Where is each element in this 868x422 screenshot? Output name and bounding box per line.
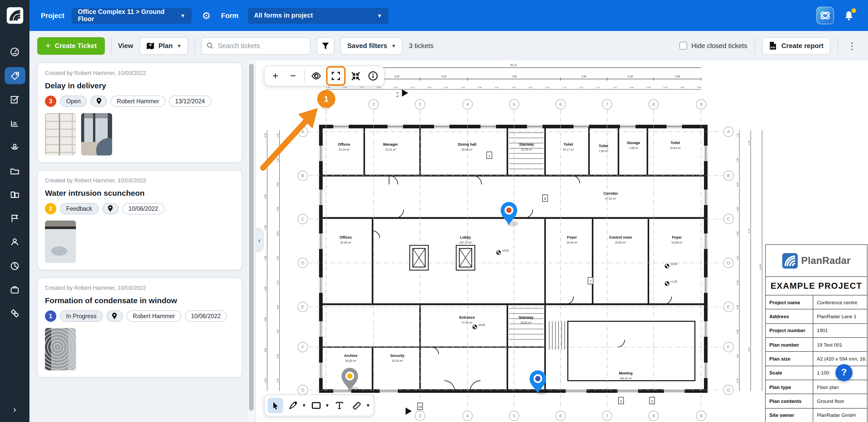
- ticket-photos: [45, 113, 235, 156]
- dimension-label: 2,48: [675, 75, 680, 78]
- ticket-list-scrollbar[interactable]: [246, 60, 256, 422]
- site-map-icon: [10, 142, 20, 152]
- text-tool-button[interactable]: [332, 398, 347, 413]
- fullscreen-button[interactable]: [328, 68, 344, 84]
- dimension-label: 2,02: [461, 86, 465, 89]
- app-switcher-button[interactable]: x: [816, 7, 834, 24]
- status-pill[interactable]: Open: [60, 96, 87, 107]
- shape-tool-caret[interactable]: ▼: [325, 403, 330, 408]
- sidebar-item-flags[interactable]: [4, 210, 25, 227]
- project-settings-gear-icon[interactable]: ⚙: [202, 9, 211, 22]
- sidebar-item-tickets[interactable]: [4, 67, 25, 84]
- search-input[interactable]: [218, 42, 305, 50]
- dimension-label: 1,20: [748, 141, 750, 145]
- location-pill[interactable]: [106, 311, 123, 322]
- zoom-in-button[interactable]: +: [268, 68, 283, 84]
- shape-tool-button[interactable]: [308, 398, 324, 413]
- dimension-label: 24,34: [759, 264, 762, 270]
- location-pill[interactable]: [102, 203, 119, 214]
- measure-tool-button[interactable]: [349, 398, 365, 413]
- sidebar-item-contacts[interactable]: [4, 233, 25, 251]
- fit-to-screen-button[interactable]: [348, 68, 363, 84]
- level-marker-label: ±0,00: [478, 324, 485, 326]
- ticket-photo-thumbnail[interactable]: [45, 113, 76, 156]
- checkbox-box[interactable]: [679, 42, 687, 50]
- due-date-pill[interactable]: 10/06/2022: [185, 311, 227, 322]
- sidebar-expand-chevron[interactable]: ›: [13, 404, 16, 415]
- zoom-out-button[interactable]: −: [285, 68, 301, 84]
- room-name: Control room: [609, 235, 632, 239]
- pdf-file-icon: PDF: [769, 41, 777, 50]
- sidebar-item-documents[interactable]: [4, 186, 25, 203]
- due-date-pill[interactable]: 10/06/2022: [122, 203, 164, 214]
- plan-tag-label: 7: [590, 280, 591, 283]
- create-report-button[interactable]: PDF Create report: [762, 37, 830, 55]
- room-name: Stairway: [519, 142, 534, 147]
- due-date-pill[interactable]: 13/12/2024: [169, 96, 211, 107]
- collapse-panel-tab[interactable]: ‹: [256, 228, 264, 252]
- grid-bubble-label: 9: [700, 102, 702, 107]
- grid-bubble-label: G: [301, 388, 304, 393]
- shrink-arrows-icon: [350, 71, 361, 81]
- sidebar-item-reports[interactable]: [4, 257, 25, 274]
- grid-bubble-label: B: [301, 173, 304, 178]
- form-selector[interactable]: All forms in project ▼: [248, 7, 388, 24]
- sidebar-item-plans[interactable]: [4, 91, 25, 108]
- room-name: Corridor: [603, 191, 618, 195]
- saved-filters-dropdown[interactable]: Saved filters ▼: [340, 37, 403, 55]
- assignee-pill[interactable]: Robert Hammer: [127, 311, 181, 322]
- dimension-label: 0,30: [495, 86, 499, 89]
- fullscreen-highlight: [326, 66, 346, 86]
- select-tool-button[interactable]: [268, 398, 283, 413]
- measure-tool-caret[interactable]: ▼: [366, 403, 370, 408]
- visibility-eye-button[interactable]: [308, 68, 324, 84]
- plan-tag-label: 3: [651, 399, 653, 403]
- help-button[interactable]: ?: [835, 364, 852, 381]
- sidebar-item-projects[interactable]: [4, 281, 25, 298]
- sidebar-item-site-map[interactable]: [4, 138, 25, 156]
- titleblock-key: Plan contents: [766, 394, 813, 408]
- grid-bubble-label: E: [301, 304, 304, 310]
- sidebar-item-dashboard[interactable]: [4, 43, 25, 60]
- grid-bubble-label: F: [302, 345, 304, 350]
- dimension-label: 2,53: [264, 378, 267, 383]
- ticket-title: Water intrusion scuncheon: [45, 189, 235, 197]
- ticket-photo-thumbnail[interactable]: [45, 328, 76, 370]
- plan-info-button[interactable]: [365, 68, 381, 84]
- dimension-label: 0,99: [343, 86, 347, 89]
- hide-closed-checkbox[interactable]: Hide closed tickets: [679, 42, 747, 50]
- sidebar-item-settings[interactable]: [4, 305, 25, 322]
- assignee-pill[interactable]: Robert Hammer: [111, 96, 165, 107]
- status-pill[interactable]: Feedback: [60, 203, 98, 214]
- dimension-label: 1,32: [736, 133, 739, 137]
- view-mode-dropdown[interactable]: Plan ▼: [140, 37, 188, 55]
- pen-tool-caret[interactable]: ▼: [302, 403, 306, 408]
- ticket-photo-thumbnail[interactable]: [45, 221, 76, 263]
- ticket-card[interactable]: Created by Robert Hammer, 10/03/2022 For…: [37, 278, 242, 378]
- scrollbar-thumb[interactable]: [249, 64, 254, 411]
- sidebar-item-statistics[interactable]: [4, 115, 25, 132]
- dimension-label: 4,00: [264, 256, 267, 260]
- statistics-icon: [10, 118, 20, 128]
- filter-button[interactable]: [317, 37, 334, 55]
- planradar-logo[interactable]: [0, 0, 29, 31]
- ticket-photo-thumbnail[interactable]: [81, 113, 112, 156]
- status-pill[interactable]: In Progress: [60, 311, 103, 322]
- sidebar-item-folders[interactable]: [4, 162, 25, 179]
- more-options-kebab[interactable]: ⋮: [845, 40, 859, 52]
- ticket-card[interactable]: Created by Robert Hammer, 10/03/2022 Del…: [37, 63, 242, 163]
- room-area: 27,61 m²: [462, 321, 473, 324]
- dimension-label: 0,33: [264, 133, 267, 137]
- create-ticket-button[interactable]: + Create Ticket: [37, 37, 105, 55]
- room-area: 32,35 m²: [340, 241, 351, 244]
- notifications-button[interactable]: [841, 8, 857, 23]
- ticket-card[interactable]: Created by Robert Hammer, 10/03/2022 Wat…: [37, 170, 242, 270]
- pen-tool-button[interactable]: [285, 398, 301, 413]
- plus-icon: +: [45, 40, 51, 51]
- location-pill[interactable]: [90, 96, 107, 107]
- dimension-label: 0,84: [276, 231, 279, 235]
- room-name: Toilet: [564, 142, 573, 147]
- project-selector[interactable]: Office Complex 11 > Ground Floor ▼: [72, 7, 192, 24]
- plan-viewer[interactable]: 1233445566778899AABBCCDDEEFFGG35,114,344…: [256, 60, 868, 422]
- grid-bubble-label: 9: [700, 414, 702, 418]
